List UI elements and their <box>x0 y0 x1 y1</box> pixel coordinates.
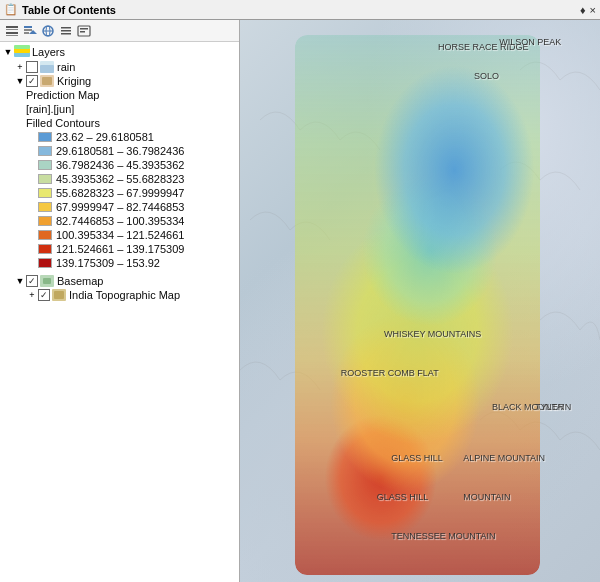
svg-rect-19 <box>14 45 30 49</box>
legend-swatch-8 <box>38 244 52 254</box>
legend-container: 23.62 – 29.6180581 29.6180581 – 36.79824… <box>0 130 239 270</box>
legend-item-6: 82.7446853 – 100.395334 <box>0 214 239 228</box>
basemap-layer-icon <box>40 275 54 287</box>
rain-jun-item: [rain].[jun] <box>0 102 239 116</box>
svg-rect-4 <box>24 26 32 28</box>
svg-rect-27 <box>54 291 64 299</box>
prediction-map-label: Prediction Map <box>26 89 99 101</box>
map-label-6: GLASS HILL <box>391 453 443 463</box>
svg-rect-3 <box>6 35 18 36</box>
kriging-checkbox[interactable] <box>26 75 38 87</box>
india-topo-icon <box>52 289 66 301</box>
legend-item-0: 23.62 – 29.6180581 <box>0 130 239 144</box>
layers-group[interactable]: ▼ Layers <box>0 44 239 60</box>
toc-title-text: Table Of Contents <box>22 4 116 16</box>
add-data-icon[interactable] <box>22 23 38 39</box>
kriging-expand-btn[interactable]: ▼ <box>14 75 26 87</box>
legend-item-3: 45.3935362 – 55.6828323 <box>0 172 239 186</box>
layers-label: Layers <box>32 46 65 58</box>
svg-rect-15 <box>80 28 88 30</box>
toc-title-icon: 📋 <box>4 3 18 16</box>
india-topo-label: India Topographic Map <box>69 289 180 301</box>
svg-rect-1 <box>6 29 18 30</box>
legend-swatch-7 <box>38 230 52 240</box>
layers-expand-btn[interactable]: ▼ <box>2 46 14 58</box>
toc-content: ▼ Layers + rain ▼ <box>0 42 239 582</box>
legend-range-8: 121.524661 – 139.175309 <box>56 243 184 255</box>
svg-rect-2 <box>6 32 18 34</box>
legend-range-9: 139.175309 – 153.92 <box>56 257 160 269</box>
india-topo-layer[interactable]: + India Topographic Map <box>0 288 239 302</box>
main-area: ▼ Layers + rain ▼ <box>0 20 600 582</box>
list-view-icon[interactable] <box>4 23 20 39</box>
kriging-label: Kriging <box>57 75 91 87</box>
legend-range-4: 55.6828323 – 67.9999947 <box>56 187 184 199</box>
prediction-map-item: Prediction Map <box>0 88 239 102</box>
rain-expand-btn[interactable]: + <box>14 61 26 73</box>
layers-group-icon <box>14 45 30 59</box>
map-label-11: TYLER <box>535 402 564 412</box>
rain-jun-label: [rain].[jun] <box>26 103 74 115</box>
legend-range-0: 23.62 – 29.6180581 <box>56 131 154 143</box>
legend-range-2: 36.7982436 – 45.3935362 <box>56 159 184 171</box>
legend-range-1: 29.6180581 – 36.7982436 <box>56 145 184 157</box>
basemap-expand-btn[interactable]: ▼ <box>14 275 26 287</box>
legend-swatch-6 <box>38 216 52 226</box>
basemap-label: Basemap <box>57 275 103 287</box>
legend-item-9: 139.175309 – 153.92 <box>0 256 239 270</box>
legend-swatch-5 <box>38 202 52 212</box>
map-label-2: SOLO <box>474 71 499 81</box>
rain-layer-icon <box>40 61 54 73</box>
map-label-1: WILSON PEAK <box>499 37 561 47</box>
legend-range-5: 67.9999947 – 82.7446853 <box>56 201 184 213</box>
move-icon[interactable] <box>58 23 74 39</box>
legend-swatch-9 <box>38 258 52 268</box>
svg-rect-5 <box>24 29 32 31</box>
filled-contours-item: Filled Contours <box>0 116 239 130</box>
india-topo-checkbox[interactable] <box>38 289 50 301</box>
legend-item-1: 29.6180581 – 36.7982436 <box>0 144 239 158</box>
legend-swatch-1 <box>38 146 52 156</box>
basemap-checkbox[interactable] <box>26 275 38 287</box>
legend-range-7: 100.395334 – 121.524661 <box>56 229 184 241</box>
filled-contours-label: Filled Contours <box>26 117 100 129</box>
svg-rect-12 <box>61 30 71 32</box>
svg-rect-11 <box>61 27 71 29</box>
legend-swatch-2 <box>38 160 52 170</box>
toc-title-bar: 📋 Table Of Contents ♦ × <box>0 0 600 20</box>
legend-item-2: 36.7982436 – 45.3935362 <box>0 158 239 172</box>
layer-globe-icon[interactable] <box>40 23 56 39</box>
legend-swatch-4 <box>38 188 52 198</box>
rain-checkbox[interactable] <box>26 61 38 73</box>
toc-toolbar <box>0 20 239 42</box>
legend-range-6: 82.7446853 – 100.395334 <box>56 215 184 227</box>
svg-rect-16 <box>80 31 85 33</box>
svg-rect-6 <box>24 32 29 34</box>
kriging-layer-icon <box>40 75 54 87</box>
toc-pin-btn[interactable]: ♦ <box>580 4 586 16</box>
svg-rect-0 <box>6 26 18 28</box>
map-area[interactable]: HORSE RACE RIDGEWILSON PEAKSOLOWHISKEY M… <box>240 20 600 582</box>
basemap-layer[interactable]: ▼ Basemap <box>0 274 239 288</box>
legend-item-7: 100.395334 – 121.524661 <box>0 228 239 242</box>
svg-rect-21 <box>40 65 54 73</box>
legend-swatch-0 <box>38 132 52 142</box>
legend-item-8: 121.524661 – 139.175309 <box>0 242 239 256</box>
properties-icon[interactable] <box>76 23 92 39</box>
toc-panel: ▼ Layers + rain ▼ <box>0 20 240 582</box>
map-label-8: GLASS HILL <box>377 492 429 502</box>
legend-swatch-3 <box>38 174 52 184</box>
legend-item-5: 67.9999947 – 82.7446853 <box>0 200 239 214</box>
map-label-10: TENNESSEE MOUNTAIN <box>391 531 495 541</box>
map-label-7: ALPINE MOUNTAIN <box>463 453 545 463</box>
rain-label: rain <box>57 61 75 73</box>
kriging-layer[interactable]: ▼ Kriging <box>0 74 239 88</box>
svg-rect-23 <box>42 77 52 85</box>
legend-range-3: 45.3935362 – 55.6828323 <box>56 173 184 185</box>
india-topo-expand-btn[interactable]: + <box>26 289 38 301</box>
svg-rect-25 <box>43 278 51 284</box>
map-label-4: ROOSTER COMB FLAT <box>341 368 439 378</box>
rain-layer[interactable]: + rain <box>0 60 239 74</box>
legend-item-4: 55.6828323 – 67.9999947 <box>0 186 239 200</box>
svg-rect-13 <box>61 33 71 35</box>
